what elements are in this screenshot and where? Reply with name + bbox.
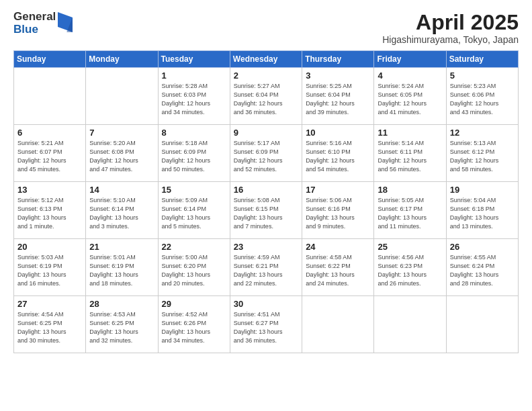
day-info: Sunrise: 5:04 AM Sunset: 6:18 PM Dayligh… xyxy=(450,196,515,231)
day-number: 22 xyxy=(162,242,226,252)
table-row: 18Sunrise: 5:05 AM Sunset: 6:17 PM Dayli… xyxy=(374,182,446,239)
day-number: 20 xyxy=(17,242,82,252)
calendar-table: Sunday Monday Tuesday Wednesday Thursday… xyxy=(13,50,519,353)
day-info: Sunrise: 4:58 AM Sunset: 6:22 PM Dayligh… xyxy=(306,253,370,288)
calendar-body: 1Sunrise: 5:28 AM Sunset: 6:03 PM Daylig… xyxy=(14,68,519,353)
day-info: Sunrise: 5:00 AM Sunset: 6:20 PM Dayligh… xyxy=(162,253,226,288)
header: General Blue April 2025 Higashimurayama,… xyxy=(13,11,519,45)
day-number: 28 xyxy=(89,299,154,309)
table-row: 24Sunrise: 4:58 AM Sunset: 6:22 PM Dayli… xyxy=(302,239,374,296)
header-friday: Friday xyxy=(374,51,446,68)
day-info: Sunrise: 4:56 AM Sunset: 6:23 PM Dayligh… xyxy=(378,253,442,288)
day-number: 21 xyxy=(89,242,154,252)
table-row: 9Sunrise: 5:17 AM Sunset: 6:09 PM Daylig… xyxy=(230,125,302,182)
day-number: 17 xyxy=(306,185,370,195)
day-number: 5 xyxy=(450,71,515,81)
day-info: Sunrise: 5:20 AM Sunset: 6:08 PM Dayligh… xyxy=(89,139,154,174)
day-number: 16 xyxy=(234,185,298,195)
day-number: 4 xyxy=(378,71,442,81)
table-row: 30Sunrise: 4:51 AM Sunset: 6:27 PM Dayli… xyxy=(230,296,302,353)
day-info: Sunrise: 5:09 AM Sunset: 6:14 PM Dayligh… xyxy=(162,196,226,231)
table-row: 5Sunrise: 5:23 AM Sunset: 6:06 PM Daylig… xyxy=(446,68,518,125)
day-info: Sunrise: 5:27 AM Sunset: 6:04 PM Dayligh… xyxy=(234,82,298,117)
day-number: 26 xyxy=(450,242,515,252)
table-row: 21Sunrise: 5:01 AM Sunset: 6:19 PM Dayli… xyxy=(86,239,158,296)
table-row: 27Sunrise: 4:54 AM Sunset: 6:25 PM Dayli… xyxy=(14,296,86,353)
day-number: 25 xyxy=(378,242,442,252)
calendar-title: April 2025 xyxy=(382,11,519,34)
table-row: 4Sunrise: 5:24 AM Sunset: 6:05 PM Daylig… xyxy=(374,68,446,125)
week-row-4: 20Sunrise: 5:03 AM Sunset: 6:19 PM Dayli… xyxy=(14,239,519,296)
day-info: Sunrise: 5:01 AM Sunset: 6:19 PM Dayligh… xyxy=(89,253,154,288)
table-row: 3Sunrise: 5:25 AM Sunset: 6:04 PM Daylig… xyxy=(302,68,374,125)
day-number: 27 xyxy=(17,299,82,309)
day-info: Sunrise: 5:08 AM Sunset: 6:15 PM Dayligh… xyxy=(234,196,298,231)
day-info: Sunrise: 4:51 AM Sunset: 6:27 PM Dayligh… xyxy=(234,310,298,345)
header-thursday: Thursday xyxy=(302,51,374,68)
table-row: 23Sunrise: 4:59 AM Sunset: 6:21 PM Dayli… xyxy=(230,239,302,296)
table-row: 7Sunrise: 5:20 AM Sunset: 6:08 PM Daylig… xyxy=(86,125,158,182)
table-row: 15Sunrise: 5:09 AM Sunset: 6:14 PM Dayli… xyxy=(158,182,230,239)
logo-icon xyxy=(58,12,73,32)
day-info: Sunrise: 5:21 AM Sunset: 6:07 PM Dayligh… xyxy=(17,139,82,174)
table-row: 11Sunrise: 5:14 AM Sunset: 6:11 PM Dayli… xyxy=(374,125,446,182)
day-number: 7 xyxy=(89,128,154,138)
logo-text: General Blue xyxy=(13,11,56,36)
day-info: Sunrise: 4:59 AM Sunset: 6:21 PM Dayligh… xyxy=(234,253,298,288)
day-info: Sunrise: 5:14 AM Sunset: 6:11 PM Dayligh… xyxy=(378,139,442,174)
week-row-2: 6Sunrise: 5:21 AM Sunset: 6:07 PM Daylig… xyxy=(14,125,519,182)
table-row: 26Sunrise: 4:55 AM Sunset: 6:24 PM Dayli… xyxy=(446,239,518,296)
day-number: 19 xyxy=(450,185,515,195)
day-number: 6 xyxy=(17,128,82,138)
day-number: 8 xyxy=(162,128,226,138)
day-number: 10 xyxy=(306,128,370,138)
day-number: 18 xyxy=(378,185,442,195)
day-info: Sunrise: 5:28 AM Sunset: 6:03 PM Dayligh… xyxy=(162,82,226,117)
table-row xyxy=(302,296,374,353)
table-row: 14Sunrise: 5:10 AM Sunset: 6:14 PM Dayli… xyxy=(86,182,158,239)
day-info: Sunrise: 4:52 AM Sunset: 6:26 PM Dayligh… xyxy=(162,310,226,345)
page-container: General Blue April 2025 Higashimurayama,… xyxy=(0,0,532,360)
day-info: Sunrise: 5:12 AM Sunset: 6:13 PM Dayligh… xyxy=(17,196,82,231)
day-number: 24 xyxy=(306,242,370,252)
day-number: 30 xyxy=(234,299,298,309)
day-info: Sunrise: 5:17 AM Sunset: 6:09 PM Dayligh… xyxy=(234,139,298,174)
day-number: 15 xyxy=(162,185,226,195)
day-info: Sunrise: 5:03 AM Sunset: 6:19 PM Dayligh… xyxy=(17,253,82,288)
day-number: 23 xyxy=(234,242,298,252)
day-info: Sunrise: 4:54 AM Sunset: 6:25 PM Dayligh… xyxy=(17,310,82,345)
table-row: 28Sunrise: 4:53 AM Sunset: 6:25 PM Dayli… xyxy=(86,296,158,353)
table-row: 20Sunrise: 5:03 AM Sunset: 6:19 PM Dayli… xyxy=(14,239,86,296)
header-wednesday: Wednesday xyxy=(230,51,302,68)
table-row xyxy=(374,296,446,353)
table-row xyxy=(86,68,158,125)
table-row: 29Sunrise: 4:52 AM Sunset: 6:26 PM Dayli… xyxy=(158,296,230,353)
table-row: 13Sunrise: 5:12 AM Sunset: 6:13 PM Dayli… xyxy=(14,182,86,239)
logo-blue: Blue xyxy=(13,24,56,36)
table-row: 19Sunrise: 5:04 AM Sunset: 6:18 PM Dayli… xyxy=(446,182,518,239)
day-number: 9 xyxy=(234,128,298,138)
table-row: 10Sunrise: 5:16 AM Sunset: 6:10 PM Dayli… xyxy=(302,125,374,182)
calendar-location: Higashimurayama, Tokyo, Japan xyxy=(382,34,519,45)
day-info: Sunrise: 4:53 AM Sunset: 6:25 PM Dayligh… xyxy=(89,310,154,345)
day-info: Sunrise: 5:23 AM Sunset: 6:06 PM Dayligh… xyxy=(450,82,515,117)
day-info: Sunrise: 5:18 AM Sunset: 6:09 PM Dayligh… xyxy=(162,139,226,174)
day-number: 14 xyxy=(89,185,154,195)
day-info: Sunrise: 5:24 AM Sunset: 6:05 PM Dayligh… xyxy=(378,82,442,117)
table-row: 16Sunrise: 5:08 AM Sunset: 6:15 PM Dayli… xyxy=(230,182,302,239)
title-block: April 2025 Higashimurayama, Tokyo, Japan xyxy=(382,11,519,45)
day-info: Sunrise: 5:13 AM Sunset: 6:12 PM Dayligh… xyxy=(450,139,515,174)
day-info: Sunrise: 5:25 AM Sunset: 6:04 PM Dayligh… xyxy=(306,82,370,117)
weekday-header-row: Sunday Monday Tuesday Wednesday Thursday… xyxy=(14,51,519,68)
table-row: 25Sunrise: 4:56 AM Sunset: 6:23 PM Dayli… xyxy=(374,239,446,296)
day-number: 2 xyxy=(234,71,298,81)
table-row: 12Sunrise: 5:13 AM Sunset: 6:12 PM Dayli… xyxy=(446,125,518,182)
day-number: 11 xyxy=(378,128,442,138)
day-info: Sunrise: 5:16 AM Sunset: 6:10 PM Dayligh… xyxy=(306,139,370,174)
table-row: 1Sunrise: 5:28 AM Sunset: 6:03 PM Daylig… xyxy=(158,68,230,125)
logo-general: General xyxy=(13,11,56,24)
day-number: 3 xyxy=(306,71,370,81)
day-info: Sunrise: 5:10 AM Sunset: 6:14 PM Dayligh… xyxy=(89,196,154,231)
day-number: 1 xyxy=(162,71,226,81)
day-info: Sunrise: 5:06 AM Sunset: 6:16 PM Dayligh… xyxy=(306,196,370,231)
